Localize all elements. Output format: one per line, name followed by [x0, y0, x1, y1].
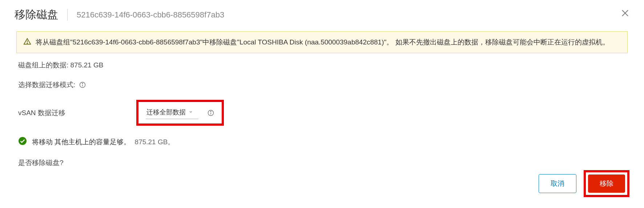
disk-group-data-row: 磁盘组上的数据: 875.21 GB	[18, 60, 626, 70]
status-text: 将移动 其他主机上的容量足够。	[32, 138, 130, 146]
disk-group-data-label: 磁盘组上的数据: 875.21 GB	[18, 60, 103, 70]
remove-button[interactable]: 移除	[588, 174, 625, 193]
warning-text: 将从磁盘组"5216c639-14f6-0663-cbb6-8856598f7a…	[36, 37, 609, 48]
cancel-button[interactable]: 取消	[539, 174, 576, 193]
vsan-migration-dropdown[interactable]: 迁移全部数据	[146, 106, 198, 119]
vsan-migration-selected: 迁移全部数据	[146, 108, 186, 117]
svg-point-6	[82, 83, 83, 84]
migration-mode-row: 选择数据迁移模式:	[18, 80, 626, 90]
vsan-dropdown-highlight: 迁移全部数据	[136, 100, 224, 126]
dialog-title: 移除磁盘	[15, 7, 67, 22]
dialog-footer: 取消 移除	[539, 170, 629, 197]
svg-point-3	[27, 43, 27, 43]
capacity-status-text: 将移动 其他主机上的容量足够。 875.21 GB。	[32, 137, 174, 147]
chevron-down-icon	[189, 109, 193, 115]
info-icon	[79, 81, 86, 89]
title-divider	[67, 9, 68, 21]
migration-mode-info-icon[interactable]	[79, 81, 86, 89]
warning-banner: 将从磁盘组"5216c639-14f6-0663-cbb6-8856598f7a…	[16, 31, 628, 53]
vsan-dropdown-info-icon[interactable]	[207, 109, 214, 117]
success-check-icon	[18, 137, 27, 147]
dialog-content: 磁盘组上的数据: 875.21 GB 选择数据迁移模式: vSAN 数据迁移 迁…	[0, 60, 644, 168]
svg-point-9	[210, 111, 211, 112]
info-icon	[207, 109, 214, 117]
dialog-subtitle: 5216c639-14f6-0663-cbb6-8856598f7ab3	[77, 10, 224, 20]
close-icon	[621, 9, 629, 17]
svg-point-10	[19, 137, 27, 145]
dialog-header: 移除磁盘 5216c639-14f6-0663-cbb6-8856598f7ab…	[0, 0, 644, 26]
capacity-status-row: 将移动 其他主机上的容量足够。 875.21 GB。	[18, 137, 626, 147]
status-value: 875.21 GB。	[135, 138, 175, 146]
close-button[interactable]	[621, 9, 629, 19]
vsan-migration-label: vSAN 数据迁移	[18, 108, 136, 118]
warning-icon	[23, 38, 31, 47]
remove-button-highlight: 移除	[584, 170, 629, 197]
migration-mode-label: 选择数据迁移模式:	[18, 80, 75, 90]
vsan-migration-row: vSAN 数据迁移 迁移全部数据	[18, 100, 626, 126]
confirm-question: 是否移除磁盘?	[18, 158, 626, 168]
